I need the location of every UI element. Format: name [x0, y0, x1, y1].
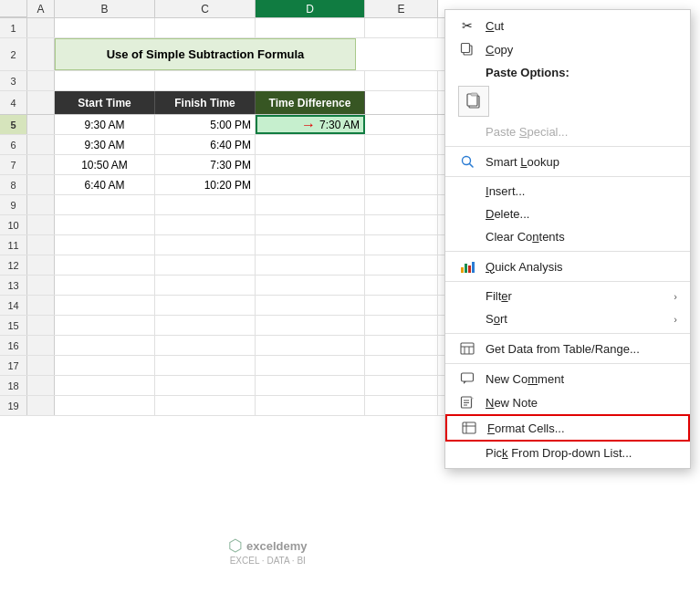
cell-1c[interactable] — [155, 18, 256, 37]
new-note-icon — [458, 395, 476, 410]
cell-3d[interactable] — [256, 71, 365, 90]
row-9: 9 — [0, 195, 447, 215]
cell-7e[interactable] — [365, 155, 438, 174]
row-3: 3 — [0, 71, 447, 91]
cell-3a[interactable] — [27, 71, 55, 90]
cell-6e[interactable] — [365, 135, 438, 154]
menu-item-new-comment[interactable]: New Comment — [445, 367, 690, 390]
cell-1e[interactable] — [365, 18, 438, 37]
cell-6c[interactable]: 6:40 PM — [155, 135, 256, 154]
cell-7b[interactable]: 10:50 AM — [55, 155, 155, 174]
cell-8c[interactable]: 10:20 PM — [155, 175, 256, 194]
pick-dropdown-label: Pick From Drop-down List... — [486, 446, 677, 460]
menu-item-copy[interactable]: Copy — [445, 37, 690, 61]
svg-line-6 — [470, 164, 474, 168]
cell-8e[interactable] — [365, 175, 438, 194]
filter-label: Filter — [486, 289, 664, 303]
cell-4a[interactable] — [27, 91, 55, 114]
cell-8a[interactable] — [27, 175, 55, 194]
cell-1a[interactable] — [27, 18, 55, 37]
row-2-title: 2 Use of Simple Subtraction Formula — [0, 38, 447, 71]
paste-options-label: Paste Options: — [486, 66, 677, 79]
cell-8d[interactable] — [256, 175, 365, 194]
title-cell: Use of Simple Subtraction Formula — [55, 38, 356, 70]
cell-3b[interactable] — [55, 71, 155, 90]
menu-item-clear-contents[interactable]: Clear Contents — [445, 225, 690, 248]
paste-options-row — [445, 84, 690, 120]
cell-7c[interactable]: 7:30 PM — [155, 155, 256, 174]
context-menu: ✂ Cut Copy Paste Options: Paste Special.… — [444, 9, 691, 469]
row-num-7: 7 — [0, 155, 27, 174]
th-start-time: Start Time — [55, 91, 155, 114]
svg-rect-1 — [462, 44, 470, 53]
format-cells-label: Format Cells... — [487, 421, 675, 435]
cell-7a[interactable] — [27, 155, 55, 174]
menu-item-cut[interactable]: ✂ Cut — [445, 14, 690, 37]
row-11: 11 — [0, 235, 447, 255]
new-comment-label: New Comment — [486, 372, 677, 386]
th-time-difference: Time Difference — [256, 91, 365, 114]
row-num-4: 4 — [0, 91, 27, 114]
smart-lookup-icon — [458, 154, 476, 169]
cut-label: Cut — [486, 19, 677, 33]
arrow-icon: → — [301, 117, 316, 133]
menu-item-pick-from-dropdown[interactable]: Pick From Drop-down List... — [445, 442, 690, 464]
th-finish-time: Finish Time — [155, 91, 256, 114]
menu-item-new-note[interactable]: New Note — [445, 390, 690, 414]
cell-2a[interactable] — [27, 38, 55, 70]
divider-1 — [445, 146, 690, 147]
svg-rect-4 — [471, 93, 477, 96]
new-note-label: New Note — [486, 396, 677, 410]
cell-7d[interactable] — [256, 155, 365, 174]
delete-label: Delete... — [486, 207, 677, 221]
cell-3e[interactable] — [365, 71, 438, 90]
svg-rect-8 — [465, 264, 467, 273]
menu-item-delete[interactable]: Delete... — [445, 203, 690, 225]
cell-6a[interactable] — [27, 135, 55, 154]
copy-icon — [458, 42, 476, 57]
menu-item-paste-special[interactable]: Paste Special... — [445, 120, 690, 143]
row-18: 18 — [0, 376, 447, 396]
row-num-1: 1 — [0, 18, 27, 37]
row-15: 15 — [0, 316, 447, 336]
cell-1d[interactable] — [256, 18, 365, 37]
clear-label: Clear Contents — [486, 230, 677, 244]
paste-special-label: Paste Special... — [486, 125, 677, 139]
svg-rect-7 — [461, 267, 464, 273]
insert-label: Insert... — [486, 184, 677, 198]
cell-5a[interactable] — [27, 115, 55, 134]
cell-1b[interactable] — [55, 18, 155, 37]
row-12: 12 — [0, 255, 447, 276]
menu-item-quick-analysis[interactable]: Quick Analysis — [445, 255, 690, 278]
cell-6d[interactable] — [256, 135, 365, 154]
sort-label: Sort — [486, 312, 664, 326]
spreadsheet: A B C D E 1 2 Use of Simple Subtraction … — [0, 0, 447, 593]
menu-item-filter[interactable]: Filter › — [445, 285, 690, 307]
menu-item-get-data[interactable]: Get Data from Table/Range... — [445, 337, 690, 360]
new-comment-icon — [458, 371, 476, 386]
row-7: 7 10:50 AM 7:30 PM — [0, 155, 447, 175]
cell-6b[interactable]: 9:30 AM — [55, 135, 155, 154]
cell-5c[interactable]: 5:00 PM — [155, 115, 256, 134]
menu-item-sort[interactable]: Sort › — [445, 307, 690, 330]
corner-cell — [0, 0, 27, 17]
col-header-c: C — [155, 0, 256, 17]
cell-5d[interactable]: → 7:30 AM — [256, 115, 365, 134]
col-header-b: B — [55, 0, 155, 17]
cell-8b[interactable]: 6:40 AM — [55, 175, 155, 194]
get-data-label: Get Data from Table/Range... — [486, 342, 677, 356]
cell-5e[interactable] — [365, 115, 438, 134]
menu-item-insert[interactable]: Insert... — [445, 180, 690, 203]
menu-item-format-cells[interactable]: Format Cells... — [445, 414, 690, 442]
row-19: 19 — [0, 396, 447, 416]
svg-rect-10 — [472, 262, 475, 273]
cell-3c[interactable] — [155, 71, 256, 90]
cell-5b[interactable]: 9:30 AM — [55, 115, 155, 134]
paste-option-clipboard[interactable] — [458, 86, 489, 117]
quick-analysis-label: Quick Analysis — [486, 260, 677, 274]
get-data-icon — [458, 341, 476, 356]
cell-4e[interactable] — [365, 91, 438, 114]
cut-icon: ✂ — [458, 18, 476, 33]
watermark-logo: ⬡ — [228, 536, 243, 556]
menu-item-smart-lookup[interactable]: Smart Lookup — [445, 150, 690, 173]
